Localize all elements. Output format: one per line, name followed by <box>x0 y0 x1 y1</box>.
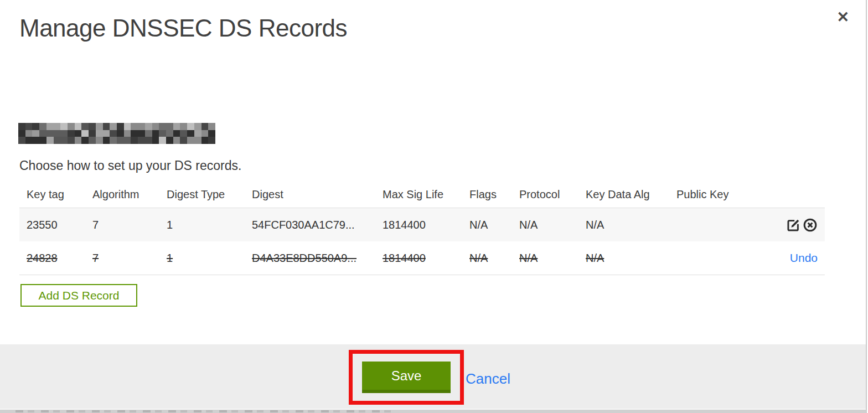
edit-record-icon[interactable] <box>786 217 801 233</box>
page-title: Manage DNSSEC DS Records <box>19 14 347 42</box>
col-header-max-sig-life: Max Sig Life <box>383 188 469 201</box>
col-header-protocol: Protocol <box>519 188 586 201</box>
ds-records-table: Key tag Algorithm Digest Type Digest Max… <box>19 182 825 275</box>
cancel-link[interactable]: Cancel <box>466 370 510 388</box>
table-header-row: Key tag Algorithm Digest Type Digest Max… <box>19 182 825 208</box>
delete-record-icon[interactable] <box>802 217 818 233</box>
dialog-footer: Save Cancel <box>0 344 866 409</box>
max-sig-life-value: 1814400 <box>383 219 469 231</box>
close-icon[interactable]: ✕ <box>836 10 849 25</box>
redacted-domain-name <box>18 123 215 144</box>
save-button[interactable]: Save <box>362 362 451 393</box>
algorithm-value: 7 <box>92 219 167 231</box>
digest-value: 54FCF030AA1C79... <box>252 219 383 231</box>
undo-link[interactable]: Undo <box>790 251 818 265</box>
page-behind-modal-edge <box>0 410 866 413</box>
protocol-value: N/A <box>519 252 586 265</box>
add-ds-record-button[interactable]: Add DS Record <box>20 284 137 307</box>
col-header-flags: Flags <box>469 188 519 201</box>
col-header-public-key: Public Key <box>676 188 768 201</box>
flags-value: N/A <box>469 219 519 231</box>
table-row: 23550 7 1 54FCF030AA1C79... 1814400 N/A … <box>19 208 825 241</box>
col-header-algorithm: Algorithm <box>92 188 167 201</box>
col-header-key-data-alg: Key Data Alg <box>586 188 676 201</box>
table-row-marked-for-deletion: 24828 7 1 D4A33E8DD550A9... 1814400 N/A … <box>19 241 825 275</box>
digest-type-value: 1 <box>167 219 252 231</box>
red-annotation-box: Save <box>349 350 464 405</box>
algorithm-value: 7 <box>92 252 167 265</box>
max-sig-life-value: 1814400 <box>383 252 469 265</box>
key-data-alg-value: N/A <box>586 252 676 265</box>
subtitle-text: Choose how to set up your DS records. <box>19 158 241 173</box>
digest-type-value: 1 <box>167 252 252 265</box>
dialog-right-border <box>866 0 867 413</box>
flags-value: N/A <box>469 252 519 265</box>
protocol-value: N/A <box>519 219 586 231</box>
key-data-alg-value: N/A <box>586 219 676 231</box>
digest-value: D4A33E8DD550A9... <box>252 252 383 265</box>
col-header-digest: Digest <box>252 188 383 201</box>
col-header-key-tag: Key tag <box>27 188 92 201</box>
manage-dnssec-ds-records-dialog: Manage DNSSEC DS Records ✕ Choose how to… <box>0 0 868 413</box>
col-header-digest-type: Digest Type <box>167 188 252 201</box>
key-tag-value: 23550 <box>27 219 92 231</box>
key-tag-value: 24828 <box>27 252 92 265</box>
